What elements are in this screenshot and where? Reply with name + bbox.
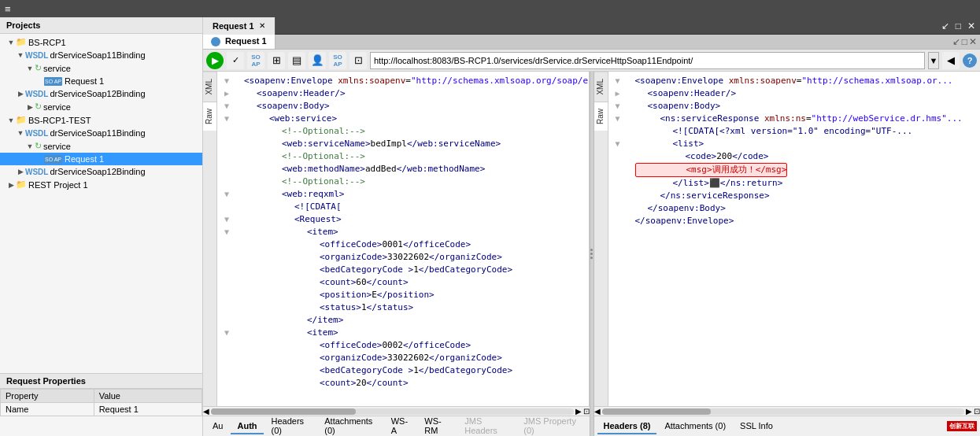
maximize-icon[interactable]: □ (962, 36, 967, 47)
tree-item-request1-2[interactable]: SO AP Request 1 (0, 153, 202, 165)
close-icon[interactable]: ✕ (966, 20, 977, 31)
left-scroll-track[interactable] (211, 408, 574, 415)
bottom-tab-wsrm[interactable]: WS-RM (418, 414, 457, 437)
fold-gutter[interactable]: ▼ (612, 100, 624, 113)
divider-dot (590, 249, 593, 251)
tree-item-service-1[interactable]: ▼ ↻ service (0, 61, 202, 75)
bottom-tab-wsa[interactable]: WS-A (385, 414, 417, 437)
tree-label: BS-RCP1 (28, 38, 66, 47)
tree-label: service (43, 102, 71, 112)
format-button[interactable]: ⊞ (268, 52, 285, 69)
tile-icon[interactable]: ↙ (952, 36, 960, 47)
right-h-scrollbar[interactable]: ◀ ▶ ⊡ (594, 406, 981, 416)
bottom-tab-auth[interactable]: Auth (231, 419, 263, 434)
fold-gutter[interactable]: ▶ (220, 87, 233, 100)
tab-close-icon[interactable]: ✕ (259, 21, 265, 30)
settings-button[interactable]: ⊡ (349, 52, 367, 69)
xml-text: </item> (244, 314, 343, 327)
bottom-tab-jms-headers[interactable]: JMS Headers (458, 414, 516, 437)
bottom-tab-ssl-info[interactable]: SSL Info (734, 419, 779, 434)
soap-btn[interactable]: SO AP (329, 52, 346, 69)
url-dropdown[interactable]: ▼ (928, 52, 939, 69)
bottom-tab-attachments[interactable]: Attachments (0) (318, 414, 383, 437)
main-tab-bar: Request 1 ✕ ↙ □ ✕ (203, 17, 980, 35)
menu-icon[interactable]: ≡ (5, 3, 11, 15)
side-tab-xml-right[interactable]: XML (594, 72, 608, 102)
outer-tab-request1[interactable]: Request 1 (203, 35, 276, 49)
left-h-scrollbar[interactable]: ◀ ▶ ⊡ (203, 406, 590, 416)
scroll-end-btn[interactable]: ⊡ (974, 407, 980, 416)
tree-item-service-2[interactable]: ▶ ↻ service (0, 100, 202, 113)
xml-text-highlighted: <msg>调用成功！</msg> (635, 163, 788, 177)
scroll-right-btn[interactable]: ▶ (966, 407, 972, 416)
left-xml-content[interactable]: ▼ <soapenv:Envelope xmlns:soapenv="http:… (217, 72, 589, 406)
right-xml-content[interactable]: ▼ <soapenv:Envelope xmlns:soapenv="http:… (608, 72, 981, 406)
tree-item-drsoap12[interactable]: ▶ WSDL drServiceSoap12Binding (0, 87, 202, 100)
bottom-tab-au[interactable]: Au (206, 419, 229, 434)
nav-back-btn[interactable]: ◀ (942, 52, 960, 69)
scroll-left-btn[interactable]: ◀ (203, 407, 209, 416)
prop-name: Name (1, 403, 94, 416)
tree-item-drsoap12-2[interactable]: ▶ WSDL drServiceSoap12Binding (0, 165, 202, 178)
tree-item-drsoap11[interactable]: ▼ WSDL drServiceSoap11Binding (0, 49, 202, 61)
xml-line: <officeCode>0002</officeCode> (220, 339, 586, 352)
xml-line: <officeCode>0001</officeCode> (220, 238, 586, 251)
run-button[interactable]: ▶ (206, 52, 224, 69)
url-input[interactable] (370, 52, 925, 69)
watermark-box: 创新互联 (947, 421, 977, 431)
tile-icon[interactable]: ↙ (940, 20, 951, 31)
options-button[interactable]: ▤ (288, 52, 305, 69)
xml-line: ▼ <list> (612, 138, 978, 150)
close-icon[interactable]: ✕ (969, 36, 977, 47)
right-scroll-track[interactable] (602, 408, 965, 415)
left-scroll-thumb[interactable] (211, 408, 356, 415)
fold-gutter[interactable]: ▼ (612, 113, 624, 125)
sync-icon: ↻ (35, 63, 42, 73)
validate-button[interactable]: ✓ (227, 52, 244, 69)
side-tab-xml-left[interactable]: XML (203, 72, 216, 102)
wsdl-icon: WSDL (25, 129, 48, 138)
fold-gutter[interactable]: ▼ (220, 213, 233, 226)
help-btn[interactable]: ? (963, 54, 977, 68)
xml-line: <count>20</count> (220, 377, 586, 390)
bottom-tab-headers[interactable]: Headers (0) (265, 414, 317, 437)
xml-line: ▼ <web:reqxml> (220, 188, 586, 201)
side-tab-raw-left[interactable]: Raw (203, 102, 216, 131)
xml-line: </soapenv:Body> (612, 202, 978, 215)
fold-gutter[interactable]: ▼ (220, 327, 233, 339)
bottom-tab-attachments-right[interactable]: Attachments (0) (658, 419, 732, 434)
right-scroll-thumb[interactable] (602, 408, 711, 415)
fold-gutter[interactable]: ▼ (220, 75, 233, 87)
tree-item-drsoap11-2[interactable]: ▼ WSDL drServiceSoap11Binding (0, 127, 202, 139)
tree-item-bs-rcp1[interactable]: ▼ 📁 BS-RCP1 (0, 35, 202, 49)
fold-gutter[interactable]: ▼ (220, 188, 233, 201)
maximize-icon[interactable]: □ (954, 20, 963, 31)
bottom-tab-headers-right[interactable]: Headers (8) (597, 419, 657, 434)
wsdl-icon-btn[interactable]: SO AP (247, 52, 264, 69)
bottom-tab-jms-property[interactable]: JMS Property (0) (517, 414, 586, 437)
main-tab-request1[interactable]: Request 1 ✕ (203, 17, 276, 35)
fold-gutter[interactable]: ▼ (220, 113, 233, 125)
xml-text: <web:serviceName>bedImpl</web:serviceNam… (244, 138, 501, 150)
xml-line: <!--Optional:--> (220, 125, 586, 138)
fold-gutter[interactable]: ▼ (220, 226, 233, 238)
fold-gutter[interactable]: ▼ (612, 75, 624, 87)
fold-gutter[interactable]: ▼ (220, 100, 233, 113)
xml-line: ▼ <ns:serviceResponse xmlns:ns="http://w… (612, 113, 978, 125)
side-tab-raw-right[interactable]: Raw (594, 102, 608, 131)
tree-item-bs-rcp1-test[interactable]: ▼ 📁 BS-RCP1-TEST (0, 113, 202, 127)
xml-line: <bedCategoryCode >1</bedCategoryCode> (220, 364, 586, 377)
fold-gutter[interactable]: ▼ (612, 138, 624, 150)
xml-text: <officeCode>0001</officeCode> (244, 238, 471, 251)
tree-item-service-3[interactable]: ▼ ↻ service (0, 139, 202, 153)
xml-text: <soapenv:Body> (635, 100, 721, 113)
scroll-left-btn[interactable]: ◀ (594, 407, 601, 416)
tree-item-request1-1[interactable]: SO AP Request 1 (0, 75, 202, 87)
fold-gutter[interactable]: ▶ (612, 87, 624, 100)
expand-icon: ▶ (16, 89, 25, 98)
xml-text: <position>E</position> (244, 289, 435, 301)
tree-item-rest-project[interactable]: ▶ 📁 REST Project 1 (0, 178, 202, 191)
xml-line: <position>E</position> (220, 289, 586, 301)
auth-button[interactable]: 👤 (309, 52, 326, 69)
xml-text: <web:service> (244, 113, 337, 125)
